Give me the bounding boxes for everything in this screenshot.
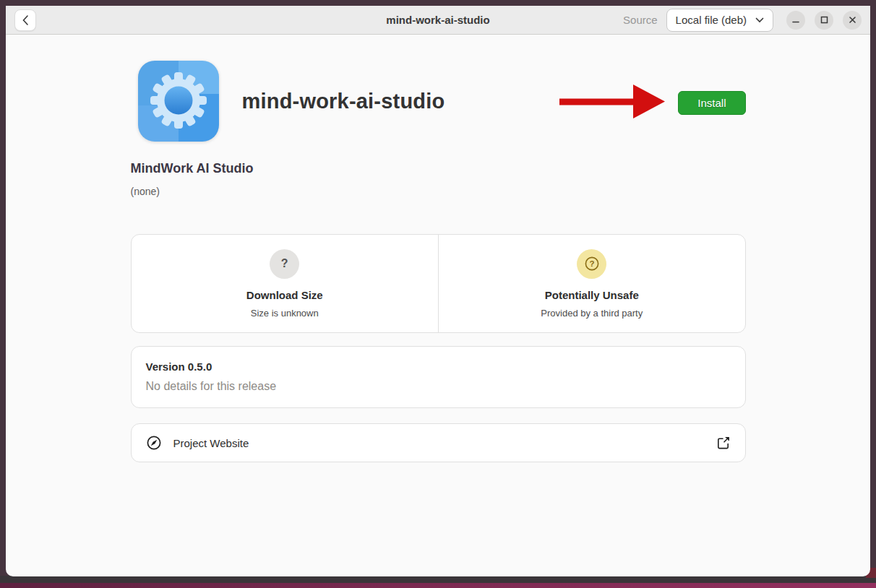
app-name-title: mind-work-ai-studio: [242, 90, 445, 113]
question-icon: ?: [270, 249, 299, 279]
question-glyph: ?: [281, 257, 288, 270]
version-title: Version 0.5.0: [146, 360, 731, 373]
desktop-bottom-strip: [0, 576, 876, 583]
license-text: (none): [131, 186, 746, 197]
source-dropdown-value: Local file (deb): [676, 14, 747, 26]
safety-tile[interactable]: ? Potentially Unsafe Provided by a third…: [438, 235, 745, 332]
context-tiles: ? Download Size Size is unknown ? Potent: [131, 234, 746, 333]
svg-text:?: ?: [589, 259, 594, 268]
tile-title: Potentially Unsafe: [545, 289, 639, 301]
tile-title: Download Size: [246, 289, 323, 301]
source-dropdown[interactable]: Local file (deb): [666, 9, 773, 32]
website-label: Project Website: [173, 437, 249, 449]
maximize-icon: [820, 15, 829, 25]
back-button[interactable]: [14, 9, 36, 31]
chevron-left-icon: [21, 14, 30, 26]
app-gear-icon: [138, 61, 219, 142]
desktop-background: mind-work-ai-studio Source Local file (d…: [0, 0, 876, 588]
download-size-tile[interactable]: ? Download Size Size is unknown: [132, 235, 439, 332]
version-card[interactable]: Version 0.5.0 No details for this releas…: [131, 346, 746, 408]
chevron-down-icon: [755, 17, 764, 23]
close-icon: [848, 15, 857, 25]
headerbar-right: Source Local file (deb): [623, 9, 862, 32]
close-button[interactable]: [843, 11, 862, 30]
window-controls: [786, 11, 862, 30]
minimize-button[interactable]: [786, 11, 805, 30]
headerbar: mind-work-ai-studio Source Local file (d…: [6, 6, 870, 35]
source-label: Source: [623, 14, 658, 26]
developer-name: MindWork AI Studio: [131, 161, 746, 176]
software-window: mind-work-ai-studio Source Local file (d…: [6, 6, 870, 576]
tile-subtitle: Size is unknown: [251, 308, 319, 319]
install-area: Install: [558, 82, 745, 123]
minimize-icon: [791, 16, 800, 25]
install-button[interactable]: Install: [678, 91, 745, 115]
external-link-icon: [716, 436, 731, 450]
version-subtitle: No details for this release: [146, 380, 731, 393]
unsafe-question-icon: ?: [577, 249, 606, 279]
wallpaper-line: [0, 583, 876, 588]
compass-icon: [146, 435, 162, 451]
project-website-row[interactable]: Project Website: [131, 423, 746, 462]
tile-subtitle: Provided by a third party: [541, 308, 643, 319]
red-arrow-annotation: [558, 82, 666, 123]
app-details-page: mind-work-ai-studio Install MindWork AI …: [6, 35, 870, 576]
app-header: mind-work-ai-studio Install: [131, 61, 746, 142]
maximize-button[interactable]: [815, 11, 833, 30]
